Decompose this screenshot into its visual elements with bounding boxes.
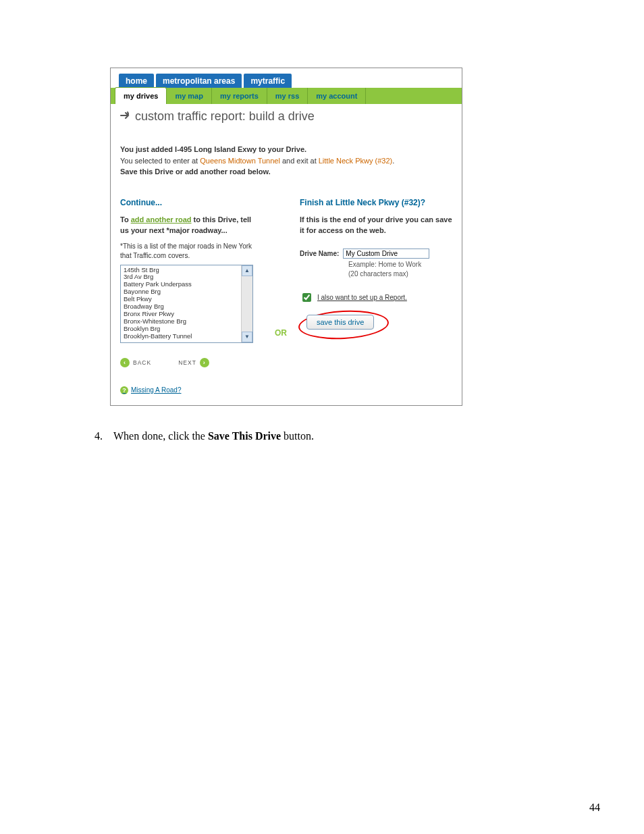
finish-heading: Finish at Little Neck Pkwy (#32)? [300,198,452,207]
intro-text: You just added I-495 Long Island Exwy to… [120,144,452,178]
setup-report-checkbox[interactable] [302,293,311,302]
back-button[interactable]: ‹ BACK [120,358,151,367]
tab-mytraffic[interactable]: mytraffic [244,74,292,88]
help-icon: ? [120,386,128,394]
scroll-down-icon[interactable]: ▼ [242,332,252,342]
tab-my-account[interactable]: my account [308,88,366,104]
or-divider: OR [273,198,289,394]
drive-name-input[interactable] [343,249,429,259]
roads-listbox[interactable]: 145th St Brg 3rd Av Brg Battery Park Und… [120,265,253,343]
next-button[interactable]: NEXT › [178,358,209,367]
add-another-road-link[interactable]: add another road [131,215,192,224]
tab-my-map[interactable]: my map [167,88,212,104]
tab-metro-areas[interactable]: metropolitan areas [156,74,242,88]
tab-my-rss[interactable]: my rss [267,88,308,104]
scrollbar[interactable]: ▲ ▼ [241,265,252,342]
arrow-right-icon: › [200,358,209,367]
tab-home[interactable]: home [119,74,154,88]
app-screenshot: home metropolitan areas mytraffic my dri… [110,68,462,406]
page-title-text: custom traffic report: build a drive [135,109,315,124]
secondary-tabs: my drives my map my reports my rss my ac… [111,88,462,104]
page-number: 44 [589,802,600,814]
save-this-drive-button[interactable]: save this drive [306,315,374,330]
missing-road-link[interactable]: ? Missing A Road? [120,386,262,394]
tab-my-drives[interactable]: my drives [115,87,167,104]
roads-note: *This is a list of the major roads in Ne… [120,242,262,261]
scroll-up-icon[interactable]: ▲ [242,265,252,276]
finish-column: Finish at Little Neck Pkwy (#32)? If thi… [300,198,452,394]
instruction-step: 4. When done, click the Save This Drive … [92,430,603,442]
continue-column: Continue... To add another road to this … [120,198,262,394]
setup-report-label: I also want to set up a Report. [317,294,407,301]
primary-tabs: home metropolitan areas mytraffic [111,68,462,88]
continue-subheading: To add another road to this Drive, tell … [120,214,262,236]
page-title: custom traffic report: build a drive [120,109,452,124]
drive-name-hint: Example: Home to Work (20 characters max… [348,260,452,279]
drive-name-label: Drive Name: [300,249,339,257]
exit-location-link[interactable]: Little Neck Pkwy (#32) [319,157,392,165]
tab-my-reports[interactable]: my reports [212,88,267,104]
arrow-right-icon [120,109,131,124]
arrow-left-icon: ‹ [120,358,130,367]
step-number: 4. [92,430,103,442]
enter-location-link[interactable]: Queens Midtown Tunnel [200,157,280,165]
list-item[interactable]: Brooklyn-Battery Tunnel [121,333,252,340]
continue-heading: Continue... [120,198,262,207]
finish-body: If this is the end of your drive you can… [300,214,452,236]
